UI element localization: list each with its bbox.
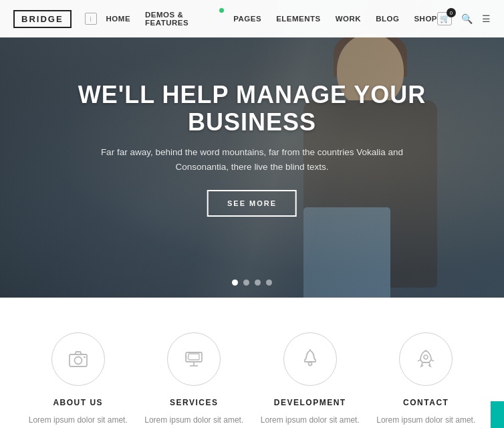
camera-icon bbox=[68, 350, 88, 368]
dot-4[interactable] bbox=[266, 280, 272, 286]
monitor-icon bbox=[183, 350, 205, 368]
feature-about-title: ABOUT US bbox=[25, 398, 132, 407]
navbar: BRIDGE i HOME DEMOS & FEATURES PAGES ELE… bbox=[0, 0, 504, 37]
nav-links: HOME DEMOS & FEATURES PAGES ELEMENTS WOR… bbox=[106, 11, 437, 27]
nav-work[interactable]: WORK bbox=[336, 15, 361, 23]
nav-right-controls: 🛒 0 🔍 ☰ bbox=[437, 12, 491, 25]
search-icon[interactable]: 🔍 bbox=[461, 13, 473, 24]
feature-development-icon-circle bbox=[283, 332, 337, 386]
feature-services-desc: Lorem ipsum dolor sit amet. bbox=[140, 414, 247, 426]
dot-2[interactable] bbox=[243, 280, 249, 286]
slider-dots bbox=[232, 280, 272, 286]
feature-development-desc: Lorem ipsum dolor sit amet. bbox=[257, 414, 364, 426]
feature-contact-icon-circle bbox=[399, 332, 453, 386]
cart-badge: 0 bbox=[447, 8, 456, 17]
features-section: ABOUT US Lorem ipsum dolor sit amet. SER… bbox=[0, 298, 504, 428]
hero-title: WE'LL HELP MANAGE YOUR BUSINESS bbox=[25, 81, 479, 136]
rocket-icon bbox=[416, 349, 435, 369]
nav-demos[interactable]: DEMOS & FEATURES bbox=[145, 11, 219, 27]
info-icon-label: i bbox=[90, 15, 91, 23]
nav-pages[interactable]: PAGES bbox=[233, 15, 261, 23]
dot-3[interactable] bbox=[255, 280, 261, 286]
info-icon[interactable]: i bbox=[85, 13, 97, 25]
svg-point-11 bbox=[424, 355, 428, 359]
feature-services-title: SERVICES bbox=[140, 398, 247, 407]
feature-development: DEVELOPMENT Lorem ipsum dolor sit amet. bbox=[257, 332, 364, 426]
feature-contact-desc: Lorem ipsum dolor sit amet. bbox=[372, 414, 479, 426]
hero-cta-button[interactable]: SEE MORE bbox=[207, 190, 297, 217]
nav-elements[interactable]: ELEMENTS bbox=[276, 15, 321, 23]
dot-1[interactable] bbox=[232, 280, 238, 286]
hamburger-menu-icon[interactable]: ☰ bbox=[482, 13, 491, 24]
nav-home[interactable]: HOME bbox=[106, 15, 131, 23]
bell-icon bbox=[301, 349, 319, 369]
feature-about: ABOUT US Lorem ipsum dolor sit amet. bbox=[25, 332, 132, 426]
hero-subtitle: Far far away, behind the word mountains,… bbox=[85, 145, 419, 174]
feature-contact: CONTACT Lorem ipsum dolor sit amet. bbox=[372, 332, 479, 426]
nav-shop[interactable]: SHOP bbox=[414, 15, 437, 23]
logo[interactable]: BRIDGE bbox=[13, 10, 72, 28]
feature-development-title: DEVELOPMENT bbox=[257, 398, 364, 407]
feature-services-icon-circle bbox=[167, 332, 221, 386]
hero-content: WE'LL HELP MANAGE YOUR BUSINESS Far far … bbox=[25, 81, 479, 217]
feature-about-desc: Lorem ipsum dolor sit amet. bbox=[25, 414, 132, 426]
cart-button[interactable]: 🛒 0 bbox=[437, 12, 452, 25]
hero-section: WE'LL HELP MANAGE YOUR BUSINESS Far far … bbox=[0, 0, 504, 298]
feature-contact-title: CONTACT bbox=[372, 398, 479, 407]
teal-accent-bar bbox=[491, 401, 504, 428]
feature-about-icon-circle bbox=[51, 332, 105, 386]
svg-rect-2 bbox=[84, 356, 86, 358]
feature-services: SERVICES Lorem ipsum dolor sit amet. bbox=[140, 332, 247, 426]
svg-rect-4 bbox=[188, 354, 199, 360]
svg-point-9 bbox=[308, 362, 311, 366]
nav-blog[interactable]: BLOG bbox=[376, 15, 399, 23]
svg-point-1 bbox=[74, 357, 82, 364]
